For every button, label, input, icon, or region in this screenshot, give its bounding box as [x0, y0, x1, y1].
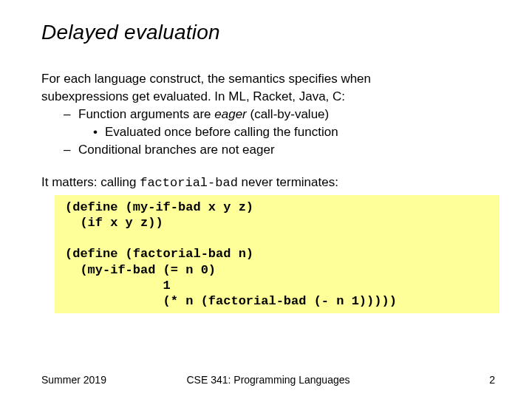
- bullet-level1: Function arguments are eager (call-by-va…: [68, 106, 495, 123]
- text: never terminates:: [238, 175, 338, 189]
- slide-title: Delayed evaluation: [41, 21, 495, 44]
- bullet-text: (call-by-value): [247, 107, 329, 121]
- slide-body: For each language construct, the semanti…: [41, 71, 495, 313]
- bullet-emph: eager: [214, 107, 246, 121]
- paragraph-line: For each language construct, the semanti…: [41, 71, 495, 87]
- text: It matters: calling: [41, 175, 140, 189]
- footer-center: CSE 341: Programming Languages: [41, 374, 495, 386]
- bullet-text: Function arguments are: [78, 107, 214, 121]
- paragraph-matters: It matters: calling factorial-bad never …: [41, 174, 495, 191]
- paragraph-line: subexpressions get evaluated. In ML, Rac…: [41, 89, 495, 105]
- slide-footer: Summer 2019 CSE 341: Programming Languag…: [41, 374, 495, 386]
- code-block: (define (my-if-bad x y z) (if x y z)) (d…: [55, 195, 499, 314]
- bullet-level2: Evaluated once before calling the functi…: [93, 124, 495, 140]
- inline-code: factorial-bad: [140, 176, 238, 190]
- slide: Delayed evaluation For each language con…: [0, 0, 532, 399]
- bullet-level1: Conditional branches are not eager: [68, 142, 495, 158]
